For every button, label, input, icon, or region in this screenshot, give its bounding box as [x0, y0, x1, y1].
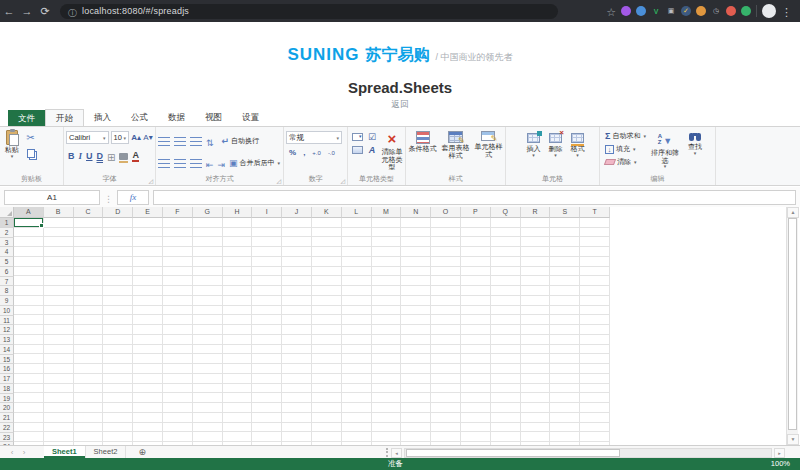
scroll-right-icon[interactable] — [774, 448, 785, 458]
scrollbar-resize-handle[interactable] — [386, 448, 389, 457]
clear-celltype-button[interactable]: 清除单元格类型 — [381, 129, 403, 171]
column-header-D[interactable]: D — [103, 207, 133, 218]
conditional-format-button[interactable]: 条件格式 — [408, 130, 437, 153]
row-header-13[interactable]: 13 — [0, 335, 14, 345]
combobox-celltype-button[interactable] — [350, 131, 364, 143]
underline-button[interactable]: U — [86, 151, 93, 161]
extension-icon-6[interactable] — [696, 6, 706, 16]
sort-filter-button[interactable]: 排序和筛选 — [651, 129, 679, 168]
paste-button[interactable]: 粘贴 — [5, 129, 19, 158]
double-underline-button[interactable]: D — [97, 151, 104, 161]
cut-button[interactable] — [23, 131, 38, 144]
button-celltype-button[interactable] — [350, 144, 364, 156]
sheet-tab-Sheet2[interactable]: Sheet2 — [86, 446, 127, 458]
bookmark-star-icon[interactable] — [606, 2, 616, 20]
scroll-left-icon[interactable] — [391, 448, 402, 458]
tab-视图[interactable]: 视图 — [195, 109, 232, 126]
align-bottom-icon[interactable] — [190, 137, 202, 146]
tab-公式[interactable]: 公式 — [121, 109, 158, 126]
zoom-level[interactable]: 100% — [771, 458, 790, 470]
column-header-M[interactable]: M — [372, 207, 402, 218]
vertical-scrollbar[interactable] — [786, 207, 798, 445]
tab-数据[interactable]: 数据 — [158, 109, 195, 126]
increase-font-icon[interactable] — [131, 131, 141, 144]
clear-button[interactable]: 清除 — [605, 156, 646, 168]
percent-style-icon[interactable]: % — [289, 148, 296, 157]
column-header-L[interactable]: L — [342, 207, 372, 218]
column-header-F[interactable]: F — [163, 207, 193, 218]
select-all-corner[interactable] — [0, 207, 14, 218]
column-header-T[interactable]: T — [580, 207, 610, 218]
font-size-select[interactable]: 10 — [111, 131, 129, 144]
column-header-A[interactable]: A — [14, 207, 44, 218]
italic-button[interactable]: I — [79, 151, 83, 161]
wrap-text-button[interactable]: 自动换行 — [222, 136, 260, 146]
browser-forward-icon[interactable] — [18, 0, 36, 22]
comma-style-icon[interactable]: , — [303, 148, 305, 157]
column-header-N[interactable]: N — [401, 207, 431, 218]
decrease-decimal-icon[interactable]: -.0 — [328, 150, 335, 156]
row-header-11[interactable]: 11 — [0, 316, 14, 326]
align-top-icon[interactable] — [158, 137, 170, 146]
profile-avatar[interactable] — [762, 4, 776, 18]
scroll-up-icon[interactable] — [787, 207, 799, 218]
row-header-10[interactable]: 10 — [0, 306, 14, 316]
column-header-J[interactable]: J — [282, 207, 312, 218]
column-header-E[interactable]: E — [133, 207, 163, 218]
row-header-21[interactable]: 21 — [0, 413, 14, 423]
browser-menu-icon[interactable] — [781, 2, 792, 20]
extension-icon-9[interactable] — [741, 6, 751, 16]
browser-back-icon[interactable] — [0, 0, 18, 22]
format-cells-button[interactable]: 格式 — [571, 132, 585, 157]
autosum-button[interactable]: 自动求和 — [605, 130, 646, 142]
column-header-P[interactable]: P — [461, 207, 491, 218]
row-header-9[interactable]: 9 — [0, 296, 14, 306]
cell-styles-button[interactable]: 单元格样式 — [474, 130, 503, 158]
row-header-12[interactable]: 12 — [0, 325, 14, 335]
tab-设置[interactable]: 设置 — [232, 109, 269, 126]
checkbox-celltype-button[interactable] — [365, 131, 379, 143]
extension-icon-7[interactable]: ◷ — [711, 6, 721, 16]
extension-icon-3[interactable]: V — [651, 6, 661, 16]
add-sheet-icon[interactable] — [138, 446, 146, 458]
align-left-icon[interactable] — [158, 159, 170, 168]
formula-input[interactable] — [153, 190, 796, 205]
row-header-15[interactable]: 15 — [0, 355, 14, 365]
row-header-5[interactable]: 5 — [0, 257, 14, 267]
column-header-O[interactable]: O — [431, 207, 461, 218]
column-header-S[interactable]: S — [550, 207, 580, 218]
copy-button[interactable] — [23, 147, 38, 160]
increase-indent-icon[interactable] — [218, 154, 226, 172]
next-sheet-icon[interactable] — [18, 448, 30, 457]
row-header-2[interactable]: 2 — [0, 228, 14, 238]
browser-reload-icon[interactable] — [36, 0, 54, 22]
sheet-tab-Sheet1[interactable]: Sheet1 — [44, 446, 86, 458]
row-header-6[interactable]: 6 — [0, 267, 14, 277]
decrease-font-icon[interactable] — [143, 131, 153, 144]
extension-icon-1[interactable] — [621, 6, 631, 16]
tab-开始[interactable]: 开始 — [45, 109, 84, 126]
row-header-17[interactable]: 17 — [0, 374, 14, 384]
cells-area[interactable] — [14, 218, 610, 445]
row-header-23[interactable]: 23 — [0, 433, 14, 443]
column-header-C[interactable]: C — [74, 207, 104, 218]
row-header-1[interactable]: 1 — [0, 218, 14, 228]
column-header-K[interactable]: K — [312, 207, 342, 218]
scroll-down-icon[interactable] — [787, 434, 799, 445]
fill-button[interactable]: 填充 — [605, 143, 646, 155]
horizontal-scroll-thumb[interactable] — [406, 449, 620, 457]
number-format-select[interactable]: 常规 — [286, 131, 342, 144]
extension-icon-8[interactable] — [726, 6, 736, 16]
prev-sheet-icon[interactable] — [6, 448, 18, 457]
row-header-3[interactable]: 3 — [0, 238, 14, 248]
fx-button[interactable]: fx — [117, 190, 149, 205]
row-header-8[interactable]: 8 — [0, 286, 14, 296]
horizontal-scroll-track[interactable] — [404, 448, 772, 458]
row-header-19[interactable]: 19 — [0, 394, 14, 404]
row-header-22[interactable]: 22 — [0, 423, 14, 433]
row-header-16[interactable]: 16 — [0, 364, 14, 374]
insert-cells-button[interactable]: 插入 — [527, 132, 541, 157]
label-celltype-button[interactable] — [365, 144, 379, 156]
align-center-icon[interactable] — [174, 159, 186, 168]
tab-插入[interactable]: 插入 — [84, 109, 121, 126]
